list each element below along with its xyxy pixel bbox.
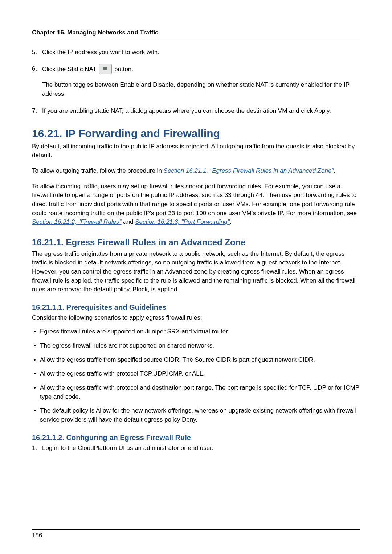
link-egress-rules[interactable]: Section 16.21.1, "Egress Firewall Rules … bbox=[164, 167, 334, 174]
prereq-bullet-1: Egress firewall rules are supported on J… bbox=[40, 327, 360, 336]
chapter-heading: Chapter 16. Managing Networks and Traffi… bbox=[32, 28, 360, 39]
section-16-21-title: 16.21. IP Forwarding and Firewalling bbox=[32, 126, 360, 141]
config-step-1-text: Log in to the CloudPlatform UI as an adm… bbox=[42, 444, 213, 451]
step-5: 5. Click the IP address you want to work… bbox=[42, 48, 360, 57]
section-16-21-p3: To allow incoming traffic, users may set… bbox=[32, 182, 360, 227]
step-7-num: 7. bbox=[32, 107, 37, 116]
p3-pre: To allow incoming traffic, users may set… bbox=[32, 183, 357, 217]
p2-post: . bbox=[334, 167, 335, 174]
section-16-21-1-title: 16.21.1. Egress Firewall Rules in an Adv… bbox=[32, 236, 360, 249]
step-5-text: Click the IP address you want to work wi… bbox=[42, 49, 159, 56]
step-5-num: 5. bbox=[32, 48, 37, 57]
step-7-text: If you are enabling static NAT, a dialog… bbox=[42, 107, 331, 114]
step-6: 6. Click the Static NAT button. The butt… bbox=[42, 65, 360, 98]
p3-post: . bbox=[230, 218, 232, 225]
prereq-bullet-6: The default policy is Allow for the new … bbox=[40, 406, 360, 424]
prereq-intro: Consider the following scenarios to appl… bbox=[32, 313, 360, 323]
p2-pre: To allow outgoing traffic, follow the pr… bbox=[32, 167, 164, 174]
section-16-21-1-p1: The egress traffic originates from a pri… bbox=[32, 250, 360, 294]
step-6-text-post: button. bbox=[114, 66, 133, 73]
step-6-text-pre: Click the Static NAT bbox=[42, 66, 98, 73]
config-step-1: 1. Log in to the CloudPlatform UI as an … bbox=[42, 444, 360, 453]
prereq-bullet-2: The egress firewall rules are not suppor… bbox=[40, 341, 360, 350]
section-16-21-1-2-title: 16.21.1.2. Configuring an Egress Firewal… bbox=[32, 432, 360, 443]
step-6-num: 6. bbox=[32, 65, 37, 74]
p3-mid: and bbox=[121, 218, 135, 225]
prereq-bullet-4: Allow the egress traffic with protocol T… bbox=[40, 369, 360, 378]
step-6-note: The button toggles between Enable and Di… bbox=[42, 81, 360, 98]
section-16-21-p2: To allow outgoing traffic, follow the pr… bbox=[32, 167, 360, 176]
prereq-bullet-3: Allow the egress traffic from specified … bbox=[40, 356, 360, 365]
page-number: 186 bbox=[32, 532, 42, 539]
link-firewall-rules[interactable]: Section 16.21.2, "Firewall Rules" bbox=[32, 218, 121, 225]
prereq-bullet-5: Allow the egress traffic with protocol a… bbox=[40, 383, 360, 401]
step-7: 7. If you are enabling static NAT, a dia… bbox=[42, 107, 360, 116]
link-port-forwarding[interactable]: Section 16.21.3, "Port Forwarding" bbox=[135, 218, 230, 225]
section-16-21-p1: By default, all incoming traffic to the … bbox=[32, 142, 360, 160]
config-step-1-num: 1. bbox=[32, 444, 37, 453]
section-16-21-1-1-title: 16.21.1.1. Prerequisites and Guidelines bbox=[32, 302, 360, 313]
static-nat-icon[interactable] bbox=[99, 64, 112, 74]
